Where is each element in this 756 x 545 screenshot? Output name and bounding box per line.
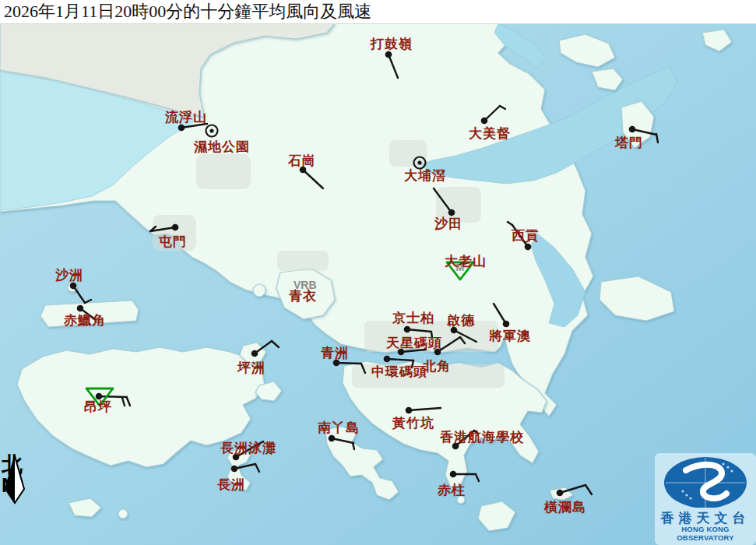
wind-map-screenshot: 打鼓嶺流浮山濕地公園石崗大美督塔門大埔滘沙田西貢M大老山京士柏啟德將軍澳天星碼頭… xyxy=(0,0,756,545)
calm-wind-icon-center xyxy=(417,160,421,164)
station-label: 昂坪 xyxy=(84,399,112,414)
station-label: 黃竹坑 xyxy=(392,415,434,431)
title-bar: 2026年1月11日20時00分的十分鐘平均風向及風速 xyxy=(0,0,756,24)
station-dot xyxy=(406,407,413,414)
station-dot xyxy=(70,283,77,290)
station-label: 香港航海學校 xyxy=(439,430,524,445)
station-label: 天星碼頭 xyxy=(385,336,442,350)
calm-wind-icon-center xyxy=(209,128,213,132)
station-label: 西貢 xyxy=(511,228,540,243)
hko-name-english: HONG KONG OBSERVATORY xyxy=(655,525,756,542)
hong-kong-map: 打鼓嶺流浮山濕地公園石崗大美督塔門大埔滘沙田西貢M大老山京士柏啟德將軍澳天星碼頭… xyxy=(0,0,756,545)
station-label: 濕地公園 xyxy=(193,139,250,154)
station-label: 長洲 xyxy=(217,477,245,492)
station-dot xyxy=(629,126,636,133)
island-soko-east xyxy=(118,509,128,519)
station-dot xyxy=(404,326,411,333)
station-dot xyxy=(384,356,391,363)
station-dot xyxy=(448,209,455,216)
station-label: 打鼓嶺 xyxy=(370,37,413,51)
station-label: 青衣 xyxy=(289,289,317,304)
station-tsing-yi: VRB青衣 xyxy=(289,279,317,304)
station-dot xyxy=(231,466,238,473)
station-dot xyxy=(434,349,441,356)
station-label: 屯門 xyxy=(158,234,187,249)
station-label: 南丫島 xyxy=(318,420,360,435)
station-label: 青洲 xyxy=(321,346,349,360)
station-dot xyxy=(503,321,510,328)
station-label: 啟德 xyxy=(446,313,475,328)
station-label: 流浮山 xyxy=(164,110,207,125)
island-ma-wan xyxy=(253,284,265,297)
station-dot xyxy=(251,350,258,357)
station-dot xyxy=(329,435,336,442)
station-label: 沙田 xyxy=(434,216,462,231)
station-label: 中環碼頭 xyxy=(371,364,427,379)
station-dot xyxy=(557,490,564,497)
station-label: 沙洲 xyxy=(55,268,83,283)
station-label: 坪洲 xyxy=(237,360,265,375)
station-label: 將軍澳 xyxy=(488,329,531,343)
urban-yuen-long xyxy=(196,154,251,189)
station-dot xyxy=(178,125,185,132)
wind-barb-staff xyxy=(336,363,361,364)
station-dot xyxy=(385,51,392,58)
station-label: 塔門 xyxy=(614,135,643,150)
map-title: 2026年1月11日20時00分的十分鐘平均風向及風速 xyxy=(0,0,756,23)
hko-emblem-icon xyxy=(655,453,756,508)
wind-barb-staff xyxy=(99,396,127,397)
station-label: 大埔滘 xyxy=(404,168,446,183)
station-label: 橫瀾島 xyxy=(543,500,586,515)
station-dot xyxy=(172,224,179,231)
station-label: 長洲泳灘 xyxy=(220,441,276,455)
station-label: 京士柏 xyxy=(392,311,434,325)
station-label: 赤柱 xyxy=(437,483,466,498)
station-dot xyxy=(525,244,532,251)
station-dot xyxy=(96,393,103,400)
station-dot xyxy=(450,471,457,478)
north-arrow-icon xyxy=(2,455,33,505)
station-label: 赤鱲角 xyxy=(63,313,106,328)
station-label: 大美督 xyxy=(469,125,511,141)
station-label: 大老山 xyxy=(445,254,487,269)
hko-logo: 香港天文台 HONG KONG OBSERVATORY xyxy=(655,453,756,545)
station-label: 石崗 xyxy=(287,153,316,168)
north-indicator: 北 N xyxy=(2,455,33,494)
station-dot xyxy=(481,118,488,125)
urban-tsuen-wan xyxy=(277,251,329,271)
station-dot xyxy=(77,305,84,312)
